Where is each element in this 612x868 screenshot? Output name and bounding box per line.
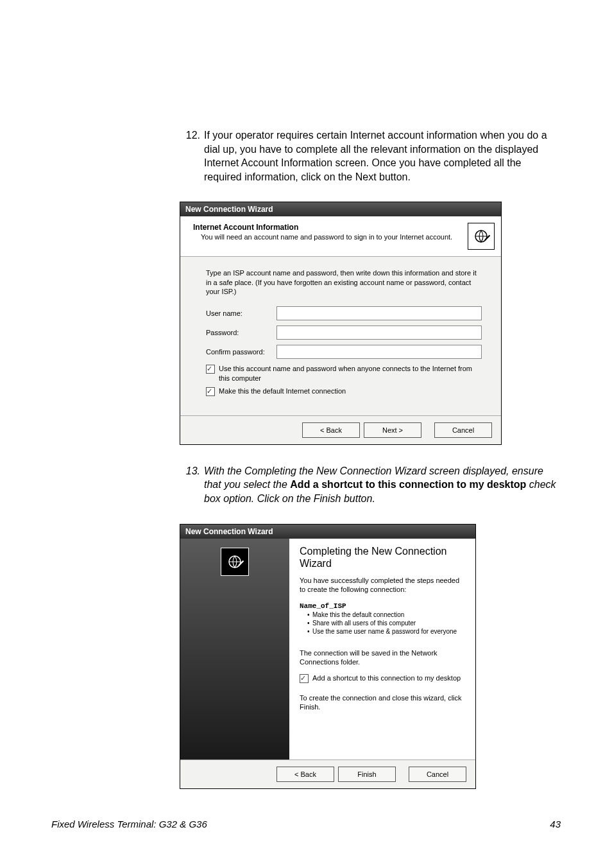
label-password: Password: xyxy=(206,329,276,336)
step-12: 12. If your operator requires certain In… xyxy=(180,128,561,184)
wizard-globe-icon xyxy=(468,223,495,250)
page-number: 43 xyxy=(550,819,561,829)
wizard2-close-text: To create the connection and close this … xyxy=(300,693,465,712)
step-13-number: 13. xyxy=(180,464,204,478)
wizard2-titlebar: New Connection Wizard xyxy=(180,525,475,539)
step-12-number: 12. xyxy=(180,128,204,143)
wizard2-success-text: You have successfully completed the step… xyxy=(300,576,465,595)
checkbox-default-connection[interactable]: Make this the default Internet connectio… xyxy=(206,386,482,396)
next-button[interactable]: Next > xyxy=(364,422,421,438)
wizard1-header-subtitle: You will need an account name and passwo… xyxy=(193,233,463,241)
cancel-button[interactable]: Cancel xyxy=(434,422,492,438)
wizard2-heading: Completing the New Connection Wizard xyxy=(300,545,465,569)
back-button[interactable]: < Back xyxy=(302,422,360,438)
wizard2-isp-block: Name_of_ISP Make this the default connec… xyxy=(300,601,465,636)
checkbox-use-account-anyone[interactable]: Use this account name and password when … xyxy=(206,364,482,383)
wizard2-sidebar xyxy=(180,539,289,759)
page-footer: Fixed Wireless Terminal: G32 & G36 43 xyxy=(51,819,561,829)
step-13-text: With the Completing the New Connection W… xyxy=(204,464,561,506)
checkbox-add-shortcut[interactable]: Add a shortcut to this connection to my … xyxy=(300,673,465,683)
wizard1-intro: Type an ISP account name and password, t… xyxy=(206,268,482,296)
wizard-completing: New Connection Wizard Completing the New… xyxy=(180,524,476,789)
input-confirm-password[interactable] xyxy=(276,345,482,359)
footer-title: Fixed Wireless Terminal: G32 & G36 xyxy=(51,819,207,829)
back-button[interactable]: < Back xyxy=(276,767,334,782)
finish-button[interactable]: Finish xyxy=(338,767,396,782)
wizard1-header-title: Internet Account Information xyxy=(193,223,463,232)
cancel-button[interactable]: Cancel xyxy=(409,767,466,782)
input-password[interactable] xyxy=(276,326,482,340)
wizard2-bullet: Share with all users of this computer xyxy=(307,619,465,627)
wizard2-saved-text: The connection will be saved in the Netw… xyxy=(300,648,465,667)
wizard2-bullet: Make this the default connection xyxy=(307,611,465,619)
label-confirm-password: Confirm password: xyxy=(206,348,276,356)
wizard-internet-account: New Connection Wizard Internet Account I… xyxy=(180,202,502,444)
input-username[interactable] xyxy=(276,306,482,320)
wizard1-header: Internet Account Information You will ne… xyxy=(180,216,501,257)
checkmark-icon xyxy=(300,674,309,683)
wizard2-bullet: Use the same user name & password for ev… xyxy=(307,627,465,636)
wizard-globe-icon xyxy=(221,548,249,576)
label-username: User name: xyxy=(206,309,276,317)
checkmark-icon xyxy=(206,365,215,374)
step-12-text: If your operator requires certain Intern… xyxy=(204,128,561,184)
wizard1-titlebar: New Connection Wizard xyxy=(180,202,501,216)
step-13: 13. With the Completing the New Connecti… xyxy=(180,464,561,506)
checkmark-icon xyxy=(206,387,215,396)
